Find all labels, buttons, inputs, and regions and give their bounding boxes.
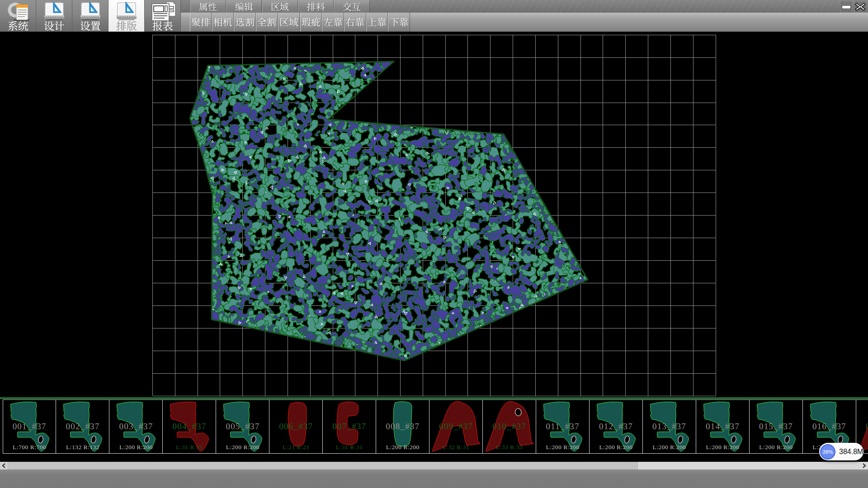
nested-piece[interactable] (399, 208, 406, 217)
thumbnail-cell-012_#37[interactable]: 012_#37L:200 R:200 (589, 399, 643, 454)
nested-piece[interactable] (400, 282, 407, 290)
action-button-全割[interactable] (256, 13, 278, 32)
scrollbar-right-arrow-button[interactable] (860, 462, 868, 469)
nested-piece[interactable] (346, 260, 351, 267)
nested-piece[interactable] (308, 84, 317, 89)
nested-piece[interactable] (410, 144, 415, 151)
nested-piece[interactable] (474, 141, 480, 153)
nested-piece[interactable] (366, 279, 373, 289)
nested-piece[interactable] (490, 240, 493, 245)
nested-piece[interactable] (348, 275, 354, 281)
main-button-排版[interactable] (108, 0, 145, 32)
nested-piece[interactable] (305, 228, 308, 234)
thumbnail-scrollbar[interactable] (0, 462, 868, 469)
nested-piece[interactable] (270, 108, 282, 115)
thumbnail-cell-007_#37[interactable]: 007_#37L:31 R:31 (322, 399, 376, 454)
nested-piece[interactable] (225, 261, 231, 267)
menu-tab-编辑[interactable] (226, 0, 262, 13)
nested-piece[interactable] (353, 270, 364, 277)
scrollbar-thumb[interactable] (8, 462, 638, 469)
menu-tab-属性[interactable] (190, 0, 226, 13)
thumbnail-cell-003_#37[interactable]: 003_#37L:200 R:200 (109, 399, 163, 454)
action-button-左靠[interactable] (322, 13, 344, 32)
scrollbar-left-arrow-button[interactable] (0, 462, 8, 469)
nested-piece[interactable] (311, 150, 318, 162)
action-button-相机[interactable] (212, 13, 234, 32)
action-button-区域[interactable] (278, 13, 300, 32)
action-button-上靠[interactable] (366, 13, 388, 32)
nested-piece[interactable] (465, 291, 470, 298)
nested-piece[interactable] (336, 292, 345, 298)
nested-piece[interactable] (325, 284, 337, 289)
nested-piece[interactable] (454, 257, 462, 268)
nested-piece[interactable] (315, 131, 321, 136)
thumbnail-cell-002_#37[interactable]: 002_#37L:132 R:132 (56, 399, 109, 454)
nested-piece[interactable] (399, 352, 405, 356)
nested-piece[interactable] (311, 237, 317, 246)
nested-piece[interactable] (465, 261, 474, 269)
menu-tab-交互[interactable] (334, 0, 369, 13)
nested-piece[interactable] (521, 263, 531, 271)
action-button-右靠[interactable] (344, 13, 366, 32)
nested-piece[interactable] (282, 283, 288, 289)
nested-piece[interactable] (292, 80, 297, 87)
action-button-选割[interactable] (234, 13, 256, 32)
nested-piece[interactable] (360, 239, 363, 245)
memory-usage-badge[interactable]: 38% 384.8M (819, 443, 863, 460)
nested-piece[interactable] (300, 260, 309, 268)
nested-piece[interactable] (508, 296, 513, 304)
nested-piece[interactable] (458, 237, 462, 244)
main-button-设置[interactable] (72, 0, 108, 32)
main-button-系统[interactable] (0, 0, 36, 32)
nested-piece[interactable] (478, 217, 487, 223)
nested-piece[interactable] (235, 250, 245, 257)
nested-piece[interactable] (359, 263, 368, 268)
thumbnail-cell-014_#37[interactable]: 014_#37L:200 R:200 (696, 399, 750, 454)
thumbnail-cell-005_#37[interactable]: 005_#37L:200 R:200 (216, 399, 269, 454)
nested-piece[interactable] (357, 219, 360, 226)
nested-piece[interactable] (508, 166, 512, 174)
thumbnail-cell-006_#37[interactable]: 006_#37L:21 R:21 (269, 399, 323, 454)
nested-piece[interactable] (337, 320, 344, 325)
nested-piece[interactable] (204, 86, 212, 91)
nested-piece[interactable] (325, 241, 339, 251)
nested-piece[interactable] (355, 78, 361, 87)
nested-piece[interactable] (209, 116, 220, 123)
nested-piece[interactable] (269, 308, 274, 313)
action-button-瑕疵[interactable] (300, 13, 322, 32)
thumbnail-cell-004_#37[interactable]: 004_#37L:31 R:31 (162, 399, 216, 454)
thumbnail-cell-001_#37[interactable]: 001_#37L:700 R:700 (3, 399, 57, 454)
nested-piece[interactable] (240, 169, 248, 173)
nested-piece[interactable] (217, 157, 225, 161)
nested-piece[interactable] (249, 129, 256, 139)
nested-piece[interactable] (496, 136, 501, 145)
thumbnail-cell-009_#37[interactable]: 009_#37L:32 R:31 (429, 399, 483, 454)
action-button-聚排[interactable] (190, 13, 212, 32)
main-button-报表[interactable] (145, 0, 181, 32)
nested-piece[interactable] (477, 269, 482, 277)
nested-piece[interactable] (284, 95, 296, 101)
nested-piece[interactable] (246, 220, 252, 229)
nested-piece[interactable] (509, 262, 519, 267)
thumbnail-cell-008_#37[interactable]: 008_#37L:200 R:200 (376, 399, 429, 454)
thumbnail-cell-010_#37[interactable]: 010_#37L:33 R:33 (482, 399, 536, 454)
menu-tab-区域[interactable] (262, 0, 298, 13)
thumbnail-cell-015_#37[interactable]: 015_#37L:200 R:200 (749, 399, 803, 454)
action-button-下靠[interactable] (388, 13, 410, 32)
nested-piece[interactable] (240, 129, 248, 134)
nested-piece[interactable] (303, 210, 310, 215)
thumbnail-cell-011_#37[interactable]: 011_#37L:200 R:200 (536, 399, 590, 454)
nested-piece[interactable] (272, 220, 278, 226)
nested-piece[interactable] (262, 226, 267, 235)
nested-piece[interactable] (238, 271, 242, 280)
close-button[interactable] (854, 1, 867, 13)
menu-tab-排料[interactable] (298, 0, 334, 13)
nesting-canvas[interactable] (0, 33, 868, 398)
nested-piece[interactable] (271, 205, 282, 214)
thumbnail-cell-013_#37[interactable]: 013_#37L:200 R:200 (642, 399, 696, 454)
nested-piece[interactable] (495, 171, 505, 180)
main-button-设计[interactable] (36, 0, 72, 32)
nested-piece[interactable] (405, 190, 414, 196)
nested-piece[interactable] (336, 324, 342, 332)
minimize-button[interactable] (840, 1, 853, 13)
